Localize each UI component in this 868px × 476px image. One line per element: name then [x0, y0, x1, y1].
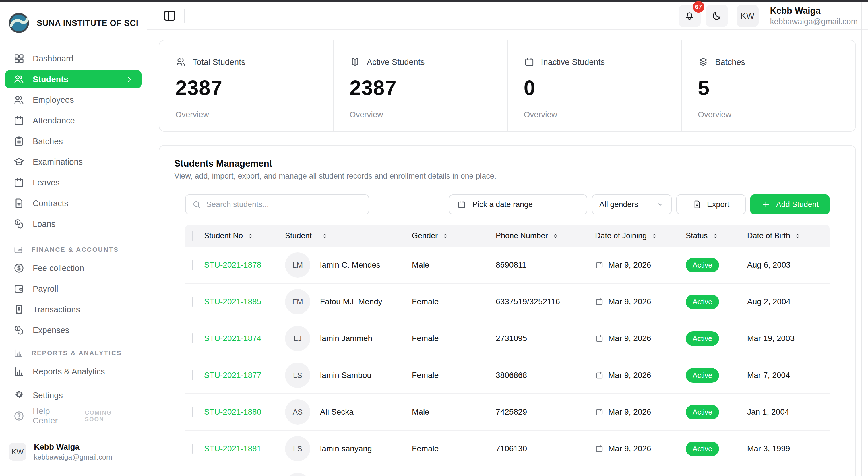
sort-icon — [442, 233, 448, 239]
sidebar-user[interactable]: KW Kebb Waiga kebbawaiga@gmail.com — [5, 442, 141, 462]
joining-date: Mar 9, 2026 — [608, 407, 651, 417]
column-header-phone-number[interactable]: Phone Number — [492, 231, 589, 240]
sidebar-item-attendance[interactable]: Attendance — [5, 111, 142, 130]
sidebar-item-label: Settings — [33, 391, 63, 400]
wallet-icon — [13, 245, 24, 255]
sidebar-item-leaves[interactable]: Leaves — [5, 173, 142, 192]
help-circle-icon — [13, 410, 25, 422]
graduation-cap-icon — [13, 156, 25, 168]
student-name: lamin Sambou — [320, 370, 371, 380]
students-management-panel: Students Management View, add, import, e… — [159, 145, 856, 476]
sidebar-item-fee-collection[interactable]: Fee collection — [5, 259, 142, 277]
notifications-button[interactable]: 67 — [679, 5, 701, 27]
calendar-icon — [595, 297, 603, 306]
sidebar-item-payroll[interactable]: Payroll — [5, 279, 142, 298]
calendar-icon — [595, 371, 603, 380]
sidebar-item-help-center[interactable]: Help Center COMING SOON — [5, 407, 141, 425]
user-email: kebbawaiga@gmail.com — [770, 17, 858, 26]
scrollbar[interactable] — [861, 2, 862, 476]
add-student-button[interactable]: Add Student — [750, 195, 830, 214]
table-row[interactable]: STU-2021-1877 LS lamin Sambou Female 380… — [185, 357, 830, 394]
sidebar-item-contracts[interactable]: Contracts — [5, 194, 142, 212]
gear-icon — [13, 390, 25, 401]
topbar-divider — [184, 9, 185, 23]
sidebar-item-transactions[interactable]: Transactions — [5, 300, 142, 319]
sidebar-toggle-button[interactable] — [163, 9, 177, 23]
sort-icon — [651, 233, 658, 239]
avatar[interactable]: KW — [737, 5, 758, 27]
sidebar-item-batches[interactable]: Batches — [5, 132, 142, 150]
column-header-student-no[interactable]: Student No — [204, 231, 285, 240]
dob-cell: Mar 3, 1999 — [743, 444, 830, 453]
stat-footer: Overview — [524, 110, 665, 119]
sidebar-footer: Settings Help Center COMING SOON KW Kebb… — [0, 385, 146, 476]
sidebar-item-dashboard[interactable]: Dashboard — [5, 49, 142, 68]
sidebar-item-examinations[interactable]: Examinations — [5, 153, 142, 171]
table-row[interactable]: STU-2021-1880 AS Ali Secka Male 7425829 … — [185, 394, 830, 430]
row-checkbox[interactable] — [192, 297, 193, 307]
row-checkbox[interactable] — [192, 260, 193, 270]
sidebar-item-expenses[interactable]: Expenses — [5, 321, 142, 339]
stat-label: Active Students — [367, 57, 425, 67]
column-header-date-of-birth[interactable]: Date of Birth — [743, 231, 830, 240]
sidebar-item-settings[interactable]: Settings — [5, 386, 141, 405]
clipboard-icon — [13, 136, 25, 147]
chevron-down-icon — [656, 200, 664, 208]
sidebar-item-loans[interactable]: Loans — [5, 215, 142, 233]
table-row[interactable]: STU-2021-1881 LS lamin sanyang Female 71… — [185, 430, 830, 467]
sidebar-item-label: Payroll — [33, 284, 58, 294]
sidebar-item-employees[interactable]: Employees — [5, 91, 142, 109]
stat-value: 0 — [524, 76, 665, 100]
export-button[interactable]: Export — [676, 195, 746, 214]
avatar: LJ — [285, 326, 310, 351]
coins-icon — [13, 324, 25, 336]
calendar-icon — [595, 408, 603, 416]
joining-date: Mar 9, 2026 — [608, 260, 651, 270]
gender-filter-select[interactable]: All genders — [592, 195, 672, 214]
file-text-icon — [13, 198, 25, 209]
gender-cell: Female — [406, 370, 492, 380]
table-row[interactable]: STU-2021-1885 FM Fatou M.L Mendy Female … — [185, 284, 830, 320]
student-no-link[interactable]: STU-2021-1881 — [204, 444, 261, 453]
sidebar-item-label: Attendance — [33, 116, 75, 125]
row-checkbox[interactable] — [192, 370, 193, 380]
page-content: Total Students 2387 Overview Active Stud… — [147, 30, 868, 476]
table-row[interactable]: STU-2021-1878 LM lamin C. Mendes Male 86… — [185, 247, 830, 284]
student-name: lamin C. Mendes — [320, 260, 380, 270]
row-checkbox[interactable] — [192, 333, 193, 344]
sidebar-item-students[interactable]: Students — [5, 70, 142, 88]
badge-dollar-icon — [13, 262, 25, 274]
gender-cell: Male — [406, 260, 492, 270]
users-icon — [175, 57, 186, 67]
date-range-picker[interactable]: Pick a date range — [449, 195, 587, 214]
row-checkbox[interactable] — [192, 444, 193, 454]
status-badge: Active — [686, 331, 719, 346]
dob-cell: Mar 7, 2004 — [743, 370, 830, 380]
theme-toggle-button[interactable] — [706, 5, 728, 27]
column-header-gender[interactable]: Gender — [406, 231, 492, 240]
student-no-link[interactable]: STU-2021-1878 — [204, 260, 261, 269]
sidebar-item-reports-analytics[interactable]: Reports & Analytics — [5, 362, 142, 381]
avatar: FM — [285, 289, 310, 315]
user-name: Kebb Waiga — [770, 6, 858, 16]
sidebar-item-label: Expenses — [33, 326, 69, 335]
column-header-status[interactable]: Status — [675, 231, 743, 240]
row-checkbox[interactable] — [192, 407, 193, 417]
add-student-label: Add Student — [776, 200, 819, 209]
sidebar-item-label: Employees — [33, 95, 74, 105]
bar-chart-icon — [13, 366, 25, 377]
column-header-student[interactable]: Student — [285, 231, 406, 240]
student-name: lamin Jammeh — [320, 334, 372, 343]
search-input[interactable] — [206, 200, 362, 209]
select-all-checkbox[interactable] — [192, 231, 193, 241]
column-header-date-of-joining[interactable]: Date of Joining — [589, 231, 675, 240]
student-no-link[interactable]: STU-2021-1877 — [204, 370, 261, 380]
stat-value: 2387 — [175, 76, 317, 100]
table-row[interactable]: STU-2021-1874 LJ lamin Jammeh Female 273… — [185, 320, 830, 357]
joining-date: Mar 9, 2026 — [608, 297, 651, 306]
student-no-link[interactable]: STU-2021-1880 — [204, 407, 261, 416]
sidebar-section-label: REPORTS & ANALYTICS — [32, 349, 122, 357]
student-no-link[interactable]: STU-2021-1874 — [204, 334, 261, 343]
student-no-link[interactable]: STU-2021-1885 — [204, 297, 261, 306]
joining-date: Mar 9, 2026 — [608, 444, 651, 453]
